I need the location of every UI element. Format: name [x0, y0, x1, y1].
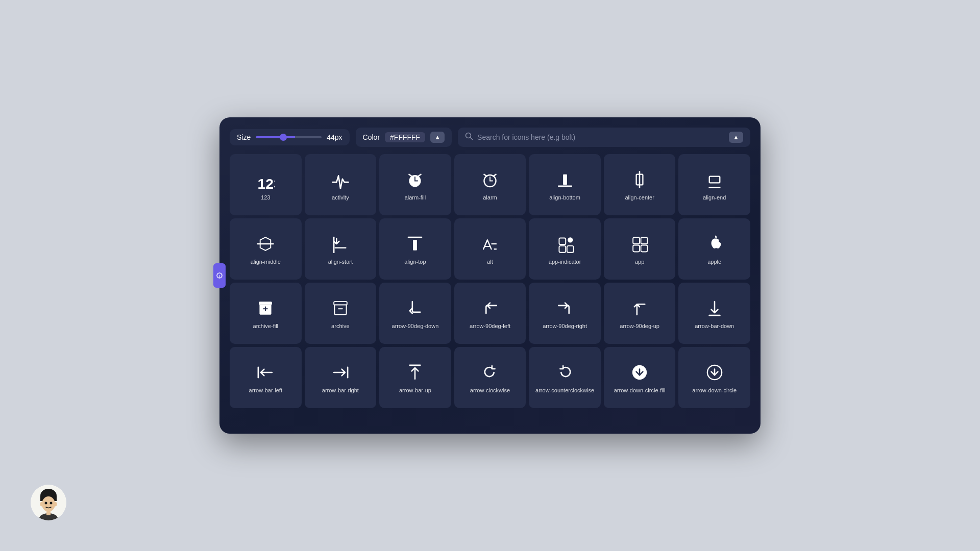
icon-align-bottom[interactable]: align-bottom — [529, 154, 601, 215]
svg-point-47 — [40, 502, 44, 507]
icon-app-indicator[interactable]: app-indicator — [529, 218, 601, 280]
icon-arrow-90deg-up[interactable]: arrow-90deg-up — [604, 283, 676, 344]
icon-alt-label: alt — [487, 258, 493, 265]
icon-activity-label: activity — [332, 194, 349, 201]
icon-arrow-90deg-down[interactable]: arrow-90deg-down — [379, 283, 451, 344]
icon-app[interactable]: app — [604, 218, 676, 280]
info-icon: i — [216, 272, 223, 279]
icon-arrow-bar-down-label: arrow-bar-down — [695, 322, 734, 330]
icon-arrow-bar-up-label: arrow-bar-up — [399, 387, 431, 394]
icon-arrow-90deg-up-label: arrow-90deg-up — [620, 322, 659, 330]
icon-app-label: app — [635, 258, 644, 265]
svg-line-3 — [471, 138, 473, 140]
icon-arrow-90deg-right-label: arrow-90deg-right — [543, 322, 587, 330]
icon-alarm-visual — [481, 170, 499, 189]
icon-alarm-fill-label: alarm-fill — [405, 194, 426, 201]
search-control: ▲ — [458, 128, 750, 147]
search-input[interactable] — [477, 133, 725, 141]
icon-archive-visual — [331, 299, 350, 317]
icon-arrow-counterclockwise[interactable]: arrow-counterclockwise — [529, 347, 601, 408]
icon-apple-label: apple — [707, 258, 721, 265]
svg-rect-29 — [259, 302, 272, 305]
color-toggle-button[interactable]: ▲ — [430, 132, 445, 143]
svg-rect-16 — [413, 240, 418, 251]
icon-arrow-bar-left[interactable]: arrow-bar-left — [230, 347, 302, 408]
icon-apple-visual — [705, 235, 724, 253]
icon-arrow-bar-left-visual — [256, 363, 275, 382]
icon-apple[interactable]: apple — [678, 218, 750, 280]
icon-arrow-down-circle-fill-visual — [630, 363, 649, 382]
icon-align-top[interactable]: align-top — [379, 218, 451, 280]
icon-alt-visual — [481, 235, 499, 253]
icon-arrow-down-circle-visual — [705, 363, 724, 382]
icon-arrow-down-circle-fill-label: arrow-down-circle-fill — [614, 387, 666, 394]
icon-arrow-down-circle-fill[interactable]: arrow-down-circle-fill — [604, 347, 676, 408]
icon-align-end-label: align-end — [703, 194, 726, 201]
size-control: Size 44px — [230, 129, 350, 145]
icon-archive-fill[interactable]: archive-fill — [230, 283, 302, 344]
icon-arrow-clockwise[interactable]: arrow-clockwise — [454, 347, 526, 408]
svg-rect-52 — [46, 511, 51, 515]
svg-rect-24 — [567, 246, 573, 253]
icon-123-visual: 123 — [256, 170, 275, 189]
icon-arrow-down-circle-label: arrow-down-circle — [692, 387, 737, 394]
icon-arrow-bar-right-visual — [331, 363, 350, 382]
icon-align-center-label: align-center — [625, 194, 654, 201]
icon-123[interactable]: 123123 — [230, 154, 302, 215]
icon-archive-fill-visual — [256, 299, 275, 317]
icon-align-start[interactable]: align-start — [305, 218, 377, 280]
icon-align-end[interactable]: align-end — [678, 154, 750, 215]
main-panel: i Size 44px Color #FFFFFF ▲ ▲ 123123a — [219, 117, 761, 434]
icon-arrow-90deg-down-visual — [406, 299, 424, 317]
side-tab[interactable]: i — [213, 263, 226, 288]
icon-arrow-down-circle[interactable]: arrow-down-circle — [678, 347, 750, 408]
icon-alarm-fill[interactable]: alarm-fill — [379, 154, 451, 215]
search-collapse-button[interactable]: ▲ — [729, 132, 743, 143]
svg-rect-30 — [334, 302, 347, 305]
svg-text:123: 123 — [258, 176, 275, 189]
icon-align-top-visual — [406, 235, 424, 253]
svg-text:i: i — [219, 274, 220, 278]
icon-alt[interactable]: alt — [454, 218, 526, 280]
icon-arrow-90deg-left-visual — [481, 299, 499, 317]
icon-align-start-visual — [331, 235, 350, 253]
icon-arrow-bar-down[interactable]: arrow-bar-down — [678, 283, 750, 344]
icon-arrow-bar-left-label: arrow-bar-left — [249, 387, 282, 394]
color-label: Color — [363, 133, 380, 141]
icon-align-center[interactable]: align-center — [604, 154, 676, 215]
icon-arrow-bar-down-visual — [705, 299, 724, 317]
icon-arrow-counterclockwise-label: arrow-counterclockwise — [535, 387, 594, 394]
icon-arrow-bar-up[interactable]: arrow-bar-up — [379, 347, 451, 408]
size-value: 44px — [327, 133, 342, 141]
icon-alarm[interactable]: alarm — [454, 154, 526, 215]
icon-arrow-clockwise-visual — [481, 363, 499, 382]
svg-point-46 — [42, 496, 55, 512]
icon-archive[interactable]: archive — [305, 283, 377, 344]
size-slider[interactable] — [256, 136, 322, 138]
icon-alarm-fill-visual — [406, 170, 424, 189]
icon-arrow-90deg-right-visual — [556, 299, 574, 317]
icon-arrow-90deg-left[interactable]: arrow-90deg-left — [454, 283, 526, 344]
search-icon — [465, 132, 473, 142]
icon-arrow-90deg-right[interactable]: arrow-90deg-right — [529, 283, 601, 344]
size-label: Size — [237, 133, 251, 141]
icon-align-middle[interactable]: align-middle — [230, 218, 302, 280]
icon-arrow-bar-right[interactable]: arrow-bar-right — [305, 347, 377, 408]
icon-activity-visual — [331, 170, 350, 189]
svg-point-50 — [50, 502, 53, 505]
svg-point-23 — [568, 237, 573, 242]
avatar — [31, 485, 66, 520]
icon-archive-fill-label: archive-fill — [253, 322, 279, 330]
icon-activity[interactable]: activity — [305, 154, 377, 215]
icon-alarm-label: alarm — [483, 194, 497, 201]
icon-arrow-bar-right-label: arrow-bar-right — [322, 387, 359, 394]
icon-123-label: 123 — [261, 194, 270, 201]
controls-bar: Size 44px Color #FFFFFF ▲ ▲ — [230, 128, 750, 147]
icon-align-middle-visual — [256, 235, 275, 253]
svg-rect-27 — [633, 245, 640, 252]
icon-app-indicator-label: app-indicator — [549, 258, 581, 265]
icon-app-indicator-visual — [556, 235, 574, 253]
icon-align-bottom-visual — [556, 170, 574, 189]
svg-point-49 — [45, 502, 47, 505]
icon-align-bottom-label: align-bottom — [549, 194, 580, 201]
